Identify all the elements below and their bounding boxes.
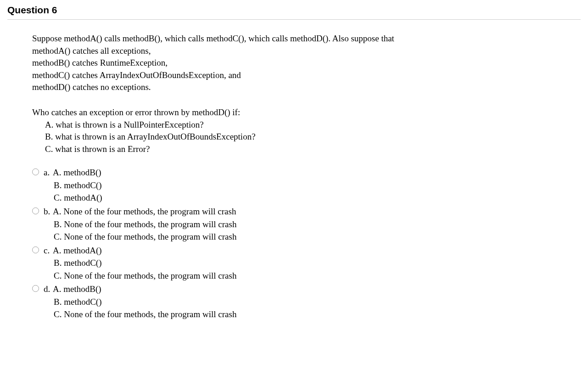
option-d-content: d. A. methodB() B. methodC() C. None of … [44,283,581,321]
option-line: C. methodA() [44,191,581,204]
radio-d[interactable] [32,285,39,292]
option-c-content: c. A. methodA() B. methodC() C. None of … [44,244,581,282]
option-c[interactable]: c. A. methodA() B. methodC() C. None of … [32,244,581,282]
option-letter: d. [44,283,53,296]
subpart: B. what is thrown is an ArrayIndexOutOfB… [45,131,581,143]
question-prompt: Who catches an exception or error thrown… [32,106,581,155]
option-letter: c. [44,244,53,257]
intro-line: methodD() catches no exceptions. [32,81,519,94]
intro-line: methodC() catches ArrayIndexOutOfBoundsE… [32,69,519,82]
option-line: A. methodB() [53,283,101,296]
intro-line: Suppose methodA() calls methodB(), which… [32,33,519,45]
option-a-content: a. A. methodB() B. methodC() C. methodA(… [44,166,581,204]
option-line: B. methodC() [44,257,581,269]
intro-line: methodB() catches RuntimeException, [32,57,519,69]
radio-a[interactable] [32,168,39,175]
option-line: A. None of the four methods, the program… [53,205,236,218]
question-body: Suppose methodA() calls methodB(), which… [7,33,581,321]
option-line: A. methodA() [53,244,102,257]
option-letter: a. [44,166,53,179]
option-a[interactable]: a. A. methodB() B. methodC() C. methodA(… [32,166,581,204]
question-header: Question 6 [7,5,581,20]
option-b[interactable]: b. A. None of the four methods, the prog… [32,205,581,243]
intro-line: methodA() catches all exceptions, [32,45,519,57]
subpart: C. what is thrown is an Error? [45,143,581,156]
option-b-content: b. A. None of the four methods, the prog… [44,205,581,243]
options-group: a. A. methodB() B. methodC() C. methodA(… [32,166,581,321]
question-intro: Suppose methodA() calls methodB(), which… [32,33,519,94]
option-line: C. None of the four methods, the program… [44,269,581,282]
option-line: C. None of the four methods, the program… [44,230,581,243]
radio-c[interactable] [32,246,39,253]
option-letter: b. [44,205,53,218]
option-d[interactable]: d. A. methodB() B. methodC() C. None of … [32,283,581,321]
option-line: B. methodC() [44,179,581,192]
subpart: A. what is thrown is a NullPointerExcept… [45,119,581,131]
radio-b[interactable] [32,207,39,214]
option-line: B. methodC() [44,296,581,308]
option-line: C. None of the four methods, the program… [44,308,581,321]
option-line: B. None of the four methods, the program… [44,218,581,231]
prompt-line: Who catches an exception or error thrown… [32,106,581,119]
option-line: A. methodB() [53,166,101,179]
